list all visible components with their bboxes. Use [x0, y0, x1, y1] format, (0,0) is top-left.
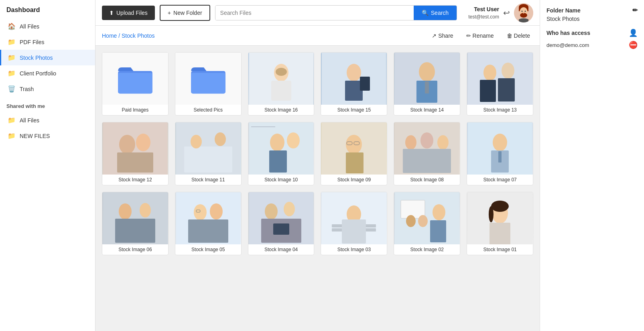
folder-icon: 📁	[8, 116, 16, 124]
list-item[interactable]: Selected Pics	[175, 52, 242, 116]
svg-point-53	[493, 134, 507, 151]
list-item[interactable]: Stock Image 02	[394, 192, 460, 255]
svg-rect-41	[251, 126, 275, 127]
list-item[interactable]: Stock Image 01	[467, 192, 533, 255]
delete-label: Delete	[514, 32, 530, 39]
file-name: Stock Image 09	[321, 175, 387, 185]
edit-pencil-icon[interactable]: ✏	[632, 6, 638, 14]
svg-point-84	[491, 201, 509, 212]
list-item[interactable]: Stock Image 06	[102, 192, 169, 255]
breadcrumb: Home / Stock Photos	[102, 32, 429, 39]
list-item[interactable]: Stock Image 03	[321, 192, 387, 255]
access-icons: ⛔	[629, 41, 638, 49]
content-actions: ↗ Share ✏ Rename 🗑 Delete	[429, 31, 533, 41]
svg-rect-40	[269, 150, 287, 173]
svg-point-48	[405, 135, 416, 150]
list-item[interactable]: Stock Image 08	[394, 122, 460, 185]
list-item[interactable]: Stock Image 09	[321, 122, 387, 185]
svg-point-21	[419, 62, 435, 81]
user-info: Test User test@test.com	[468, 6, 499, 20]
folder-icon: 📁	[8, 132, 16, 140]
sidebar-item-label: NEW FILES	[20, 133, 50, 139]
list-item[interactable]: Stock Image 04	[248, 192, 315, 255]
who-has-access-label: Who has access	[546, 30, 590, 36]
rename-button[interactable]: ✏ Rename	[463, 31, 497, 41]
delete-icon: 🗑	[507, 32, 512, 39]
file-thumb	[175, 192, 241, 244]
new-folder-button[interactable]: + New Folder	[160, 5, 210, 21]
file-name: Stock Image 03	[321, 244, 387, 255]
svg-rect-14	[271, 81, 291, 101]
svg-point-57	[119, 203, 132, 219]
list-item[interactable]: Stock Image 15	[321, 52, 387, 116]
access-row: demo@demo.com ⛔	[546, 41, 638, 49]
svg-point-80	[418, 215, 428, 227]
search-button[interactable]: 🔍 Search	[414, 6, 457, 20]
sidebar-item-trash[interactable]: 🗑️ Trash	[0, 81, 95, 97]
file-thumb	[321, 192, 387, 244]
list-item[interactable]: Stock Image 13	[467, 52, 533, 116]
folder-name-label: Folder Name	[546, 7, 581, 14]
list-item[interactable]: Stock Image 12	[102, 122, 169, 185]
search-icon: 🔍	[422, 10, 429, 16]
svg-point-17	[347, 64, 361, 81]
svg-point-35	[191, 135, 202, 148]
list-item[interactable]: Stock Image 14	[394, 52, 460, 116]
svg-point-4	[522, 10, 523, 12]
plus-icon: +	[168, 10, 171, 16]
delete-button[interactable]: 🗑 Delete	[504, 31, 533, 41]
file-name: Stock Image 11	[175, 175, 241, 185]
search-input[interactable]	[215, 6, 414, 20]
list-item[interactable]: Paid Images	[102, 52, 169, 116]
file-name: Stock Image 13	[467, 105, 533, 115]
list-item[interactable]: Stock Image 05	[175, 192, 242, 255]
sidebar: Dashboard 🏠 All Files 📁 PDF Files 📁 Stoc…	[0, 0, 95, 331]
file-thumb	[175, 122, 241, 175]
sidebar-item-label: PDF Files	[20, 39, 44, 45]
share-button[interactable]: ↗ Share	[429, 31, 456, 41]
svg-rect-27	[480, 80, 496, 102]
svg-point-38	[270, 134, 284, 151]
list-item[interactable]: Stock Image 16	[248, 52, 315, 116]
svg-rect-55	[498, 151, 502, 162]
list-item[interactable]: Stock Image 11	[175, 122, 242, 185]
sidebar-item-shared-all-files[interactable]: 📁 All Files	[0, 112, 95, 128]
svg-rect-19	[360, 77, 370, 91]
folder-thumb	[102, 53, 168, 105]
svg-point-62	[210, 203, 223, 219]
folder-icon: 📁	[8, 54, 16, 61]
sidebar-item-new-files[interactable]: 📁 NEW FILES	[0, 128, 95, 144]
svg-rect-63	[188, 219, 228, 243]
svg-rect-11	[191, 73, 226, 93]
file-thumb	[102, 192, 168, 244]
logout-icon[interactable]: ↩	[503, 8, 510, 18]
remove-access-icon[interactable]: ⛔	[629, 41, 638, 49]
file-name: Stock Image 08	[394, 175, 460, 185]
svg-point-15	[276, 68, 287, 76]
file-thumb	[321, 122, 387, 175]
svg-point-58	[140, 203, 151, 217]
file-name: Stock Image 16	[248, 105, 314, 115]
svg-point-50	[437, 135, 449, 150]
svg-rect-59	[115, 219, 155, 243]
sidebar-item-stock-photos[interactable]: 📁 Stock Photos	[0, 50, 95, 65]
sidebar-item-all-files[interactable]: 🏠 All Files	[0, 18, 95, 34]
folder-name-section: Folder Name ✏	[546, 6, 638, 14]
trash-icon: 🗑️	[8, 85, 16, 93]
sidebar-item-label: Trash	[20, 86, 34, 92]
list-item[interactable]: Stock Image 10	[248, 122, 315, 185]
svg-rect-23	[425, 81, 429, 93]
sidebar-item-label: All Files	[20, 23, 39, 30]
sidebar-item-client-portfolio[interactable]: 📁 Client Portfolio	[0, 65, 95, 81]
upload-files-button[interactable]: ⬆ Upload Files	[102, 6, 155, 20]
file-name: Stock Image 05	[175, 244, 241, 255]
file-thumb	[394, 122, 460, 175]
sidebar-item-pdf-files[interactable]: 📁 PDF Files	[0, 34, 95, 50]
list-item[interactable]: Stock Image 07	[467, 122, 533, 185]
folder-thumb	[175, 53, 241, 105]
breadcrumb-home[interactable]: Home	[102, 32, 117, 39]
share-icon: ↗	[432, 32, 437, 39]
add-user-icon[interactable]: 👤	[629, 28, 638, 37]
file-thumb	[248, 53, 314, 105]
svg-rect-32	[117, 152, 153, 173]
